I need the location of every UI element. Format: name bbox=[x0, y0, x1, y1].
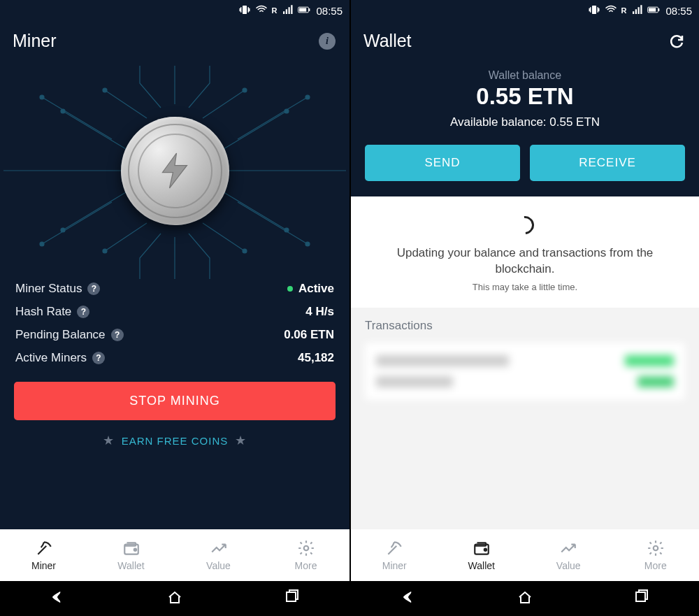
trend-icon bbox=[210, 539, 228, 557]
svg-point-17 bbox=[134, 549, 136, 551]
wallet-header: Wallet bbox=[351, 21, 699, 62]
svg-point-7 bbox=[284, 228, 289, 232]
svg-point-25 bbox=[484, 549, 487, 551]
receive-button[interactable]: RECEIVE bbox=[530, 145, 685, 181]
tab-value[interactable]: Value bbox=[175, 529, 262, 581]
earn-free-coins-link[interactable]: ★ EARN FREE COINS ★ bbox=[0, 433, 350, 448]
svg-rect-20 bbox=[592, 6, 596, 14]
vibrate-icon bbox=[588, 3, 600, 18]
stat-active-miners: Active Miners? 45,182 bbox=[15, 351, 334, 365]
recent-button[interactable] bbox=[633, 589, 649, 608]
svg-point-15 bbox=[243, 249, 247, 253]
svg-point-9 bbox=[305, 95, 310, 99]
updating-message: Updating your balance and transactions f… bbox=[372, 245, 678, 278]
stat-label: Pending Balance bbox=[15, 328, 106, 342]
available-balance: Available balance: 0.55 ETN bbox=[365, 115, 685, 129]
svg-point-12 bbox=[103, 88, 107, 92]
balance-label: Wallet balance bbox=[365, 69, 685, 82]
tab-wallet[interactable]: Wallet bbox=[438, 529, 526, 581]
updating-panel: Updating your balance and transactions f… bbox=[351, 196, 699, 308]
home-button[interactable] bbox=[517, 589, 533, 608]
circuit-area bbox=[0, 62, 350, 279]
wallet-body: Wallet balance 0.55 ETN Available balanc… bbox=[351, 62, 699, 529]
transactions-heading: Transactions bbox=[365, 319, 685, 333]
help-icon[interactable]: ? bbox=[92, 352, 105, 364]
status-bar: R 08:55 bbox=[351, 0, 699, 21]
tab-more[interactable]: More bbox=[262, 529, 350, 581]
tab-miner[interactable]: Miner bbox=[351, 529, 438, 581]
pickaxe-icon bbox=[385, 539, 403, 557]
battery-icon bbox=[647, 3, 660, 18]
svg-point-8 bbox=[40, 95, 44, 99]
tab-label: Value bbox=[556, 560, 581, 571]
wallet-icon bbox=[473, 539, 491, 557]
recent-button[interactable] bbox=[283, 589, 300, 608]
svg-point-6 bbox=[61, 228, 65, 232]
wallet-balance-panel: Wallet balance 0.55 ETN Available balanc… bbox=[351, 62, 699, 196]
info-button[interactable]: i bbox=[317, 31, 337, 51]
wallet-icon bbox=[122, 539, 140, 557]
svg-point-5 bbox=[284, 109, 289, 113]
android-nav-bar bbox=[0, 581, 350, 616]
tab-miner[interactable]: Miner bbox=[0, 529, 87, 581]
signal-icon bbox=[281, 3, 294, 18]
wifi-icon bbox=[605, 3, 617, 18]
phone-wallet: R 08:55 Wallet Wallet balance 0.55 ETN A… bbox=[350, 0, 699, 616]
tab-label: More bbox=[295, 560, 317, 571]
transactions-section: Transactions bbox=[351, 308, 699, 529]
status-bar: R 08:55 bbox=[0, 0, 350, 21]
svg-point-26 bbox=[654, 546, 658, 551]
help-icon[interactable]: ? bbox=[77, 306, 89, 318]
back-button[interactable] bbox=[50, 589, 66, 608]
earn-label: EARN FREE COINS bbox=[122, 435, 229, 447]
pickaxe-icon bbox=[35, 539, 53, 557]
tab-label: Wallet bbox=[468, 560, 495, 571]
svg-point-10 bbox=[40, 242, 44, 246]
help-icon[interactable]: ? bbox=[87, 282, 100, 295]
home-button[interactable] bbox=[166, 589, 183, 608]
bottom-tab-bar: Miner Wallet Value More bbox=[351, 529, 699, 581]
status-time: 08:55 bbox=[665, 5, 692, 17]
svg-rect-19 bbox=[287, 592, 296, 601]
svg-point-18 bbox=[303, 546, 308, 551]
refresh-button[interactable] bbox=[667, 31, 686, 51]
info-icon: i bbox=[319, 33, 336, 50]
gear-icon bbox=[647, 539, 665, 557]
stat-value: Active bbox=[298, 282, 334, 296]
send-button[interactable]: SEND bbox=[365, 145, 520, 181]
back-button[interactable] bbox=[401, 589, 417, 608]
stat-miner-status: Miner Status? Active bbox=[15, 282, 334, 296]
tab-more[interactable]: More bbox=[612, 529, 700, 581]
gear-icon bbox=[297, 539, 315, 557]
tab-value[interactable]: Value bbox=[525, 529, 612, 581]
stat-hash-rate: Hash Rate? 4 H/s bbox=[15, 305, 334, 319]
tab-label: Wallet bbox=[117, 560, 144, 571]
page-title: Miner bbox=[13, 31, 57, 51]
page-title: Wallet bbox=[363, 31, 412, 51]
stop-mining-button[interactable]: STOP MINING bbox=[14, 382, 336, 420]
wifi-icon bbox=[255, 3, 268, 18]
stat-label: Active Miners bbox=[15, 351, 87, 365]
refresh-icon bbox=[668, 33, 685, 50]
svg-rect-3 bbox=[310, 8, 310, 11]
phone-miner: R 08:55 Miner i bbox=[0, 0, 350, 616]
svg-point-4 bbox=[61, 109, 65, 113]
svg-point-13 bbox=[243, 88, 247, 92]
miner-body: Miner Status? Active Hash Rate? 4 H/s Pe… bbox=[0, 62, 350, 529]
help-icon[interactable]: ? bbox=[111, 329, 124, 341]
trend-icon bbox=[559, 539, 577, 557]
svg-rect-22 bbox=[649, 8, 656, 11]
svg-point-14 bbox=[103, 249, 107, 253]
svg-rect-2 bbox=[299, 8, 306, 11]
signal-icon bbox=[630, 3, 643, 18]
stat-label: Hash Rate bbox=[15, 305, 71, 319]
stat-value: 0.06 ETN bbox=[284, 328, 334, 342]
svg-rect-0 bbox=[243, 6, 247, 14]
tab-label: More bbox=[644, 560, 667, 571]
tab-wallet[interactable]: Wallet bbox=[87, 529, 175, 581]
tab-label: Miner bbox=[31, 560, 56, 571]
miner-stats: Miner Status? Active Hash Rate? 4 H/s Pe… bbox=[0, 279, 350, 372]
active-dot-icon bbox=[287, 286, 293, 292]
svg-point-11 bbox=[305, 242, 310, 246]
stat-pending-balance: Pending Balance? 0.06 ETN bbox=[15, 328, 334, 342]
